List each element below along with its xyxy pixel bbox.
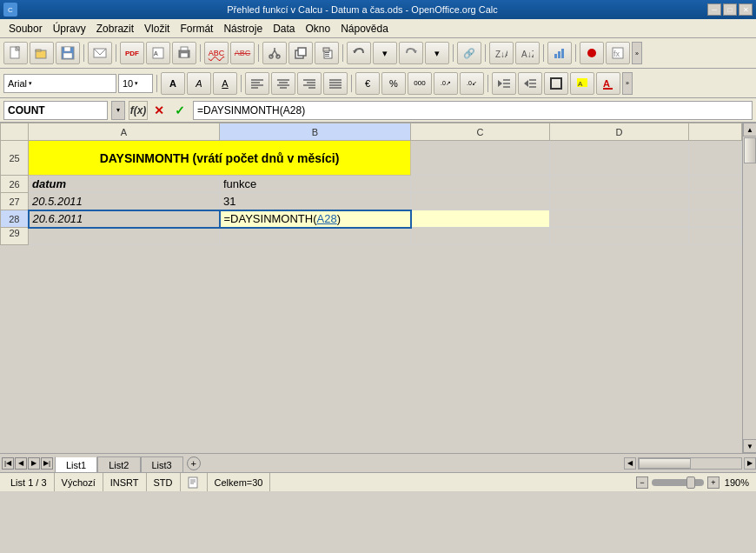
cell-d28[interactable] — [550, 210, 689, 228]
spellcheck-button[interactable]: ABC — [204, 42, 229, 64]
cell-d25[interactable] — [550, 141, 689, 176]
zoom-slider[interactable] — [652, 479, 704, 486]
h-scrollbar[interactable] — [638, 457, 742, 470]
menu-vlozit[interactable]: Vložit — [139, 21, 175, 37]
tab-list3[interactable]: List3 — [141, 456, 183, 472]
close-button[interactable]: ✕ — [739, 3, 753, 16]
underline-button[interactable]: A — [213, 72, 237, 95]
decimal-dec-button[interactable]: .0↙ — [460, 72, 484, 95]
menu-format[interactable]: Formát — [175, 21, 218, 37]
zoom-thumb[interactable] — [686, 476, 695, 489]
toolbar1-more[interactable]: » — [632, 42, 642, 64]
decimal-inc-button[interactable]: .0↗ — [434, 72, 458, 95]
cell-a28[interactable]: 20.6.2011 — [29, 210, 220, 228]
print-button[interactable] — [172, 42, 196, 64]
align-right-button[interactable] — [297, 72, 322, 95]
autocorrect-button[interactable]: ABC — [230, 42, 255, 64]
h-scroll-right[interactable]: ▶ — [744, 457, 756, 470]
cell-c27[interactable] — [411, 193, 550, 210]
percent-button[interactable]: % — [381, 72, 406, 95]
tab-list1[interactable]: List1 — [55, 456, 97, 472]
thousand-sep-button[interactable]: 000 — [408, 72, 432, 95]
indent-inc-button[interactable] — [518, 72, 542, 95]
bold-button[interactable]: A — [161, 72, 185, 95]
scroll-thumb[interactable] — [744, 137, 756, 163]
bg-color-button[interactable]: A — [570, 72, 594, 95]
cell-a26[interactable]: datum — [29, 176, 220, 193]
cancel-formula-button[interactable]: ✕ — [149, 101, 169, 120]
cell-c29[interactable] — [411, 228, 550, 245]
h-scroll-left[interactable]: ◀ — [624, 457, 636, 470]
menu-okno[interactable]: Okno — [300, 21, 335, 37]
vertical-scrollbar[interactable]: ▲ ▼ — [742, 123, 756, 453]
maximize-button[interactable]: □ — [723, 3, 737, 16]
print-preview-button[interactable]: A — [146, 42, 170, 64]
tab-next-button[interactable]: ▶ — [28, 457, 40, 470]
menu-upravy[interactable]: Úpravy — [48, 21, 91, 37]
redo-button[interactable] — [399, 42, 423, 64]
cell-b28[interactable]: =DAYSINMONTH(A28) — [220, 210, 411, 228]
name-box[interactable]: COUNT — [3, 101, 108, 120]
font-size-arrow[interactable]: ▾ — [135, 80, 138, 87]
cell-c28[interactable] — [411, 210, 550, 228]
zoom-in-button[interactable]: + — [707, 476, 720, 489]
tab-prev-button[interactable]: ◀ — [15, 457, 27, 470]
copy-button[interactable] — [288, 42, 313, 64]
redo-dropdown[interactable]: ▾ — [425, 42, 449, 64]
sort-desc-button[interactable]: A↓Z — [515, 42, 540, 64]
col-header-c[interactable]: C — [411, 123, 550, 141]
font-name-box[interactable]: Arial ▾ — [3, 74, 116, 93]
cell-b29[interactable] — [220, 228, 411, 245]
paste-button[interactable] — [315, 42, 339, 64]
cell-d27[interactable] — [550, 193, 689, 210]
undo-button[interactable] — [347, 42, 371, 64]
menu-soubor[interactable]: Soubor — [3, 21, 48, 37]
formula-input[interactable]: =DAYSINMONTH(A28) — [193, 101, 753, 120]
justify-button[interactable] — [323, 72, 348, 95]
scroll-up-button[interactable]: ▲ — [743, 123, 756, 137]
align-center-button[interactable] — [271, 72, 295, 95]
name-box-dropdown[interactable]: ▾ — [111, 101, 125, 120]
macro-button[interactable]: fx — [606, 42, 630, 64]
add-tab-button[interactable]: + — [187, 456, 201, 470]
minimize-button[interactable]: ─ — [707, 3, 721, 16]
cell-c25[interactable] — [411, 141, 550, 176]
menu-zobrazit[interactable]: Zobrazit — [91, 21, 139, 37]
cell-b26[interactable]: funkce — [220, 176, 411, 193]
save-button[interactable] — [56, 42, 80, 64]
new-button[interactable] — [3, 42, 28, 64]
menu-nastroje[interactable]: Nástroje — [218, 21, 268, 37]
hyperlink-button[interactable]: 🔗 — [457, 42, 481, 64]
font-color-button[interactable]: A — [596, 72, 620, 95]
col-header-b[interactable]: B — [220, 123, 411, 141]
col-header-a[interactable]: A — [29, 123, 220, 141]
cell-a27[interactable]: 20.5.2011 — [29, 193, 220, 210]
cell-a29[interactable] — [29, 228, 220, 245]
italic-button[interactable]: A — [187, 72, 211, 95]
currency-button[interactable]: € — [355, 72, 380, 95]
cell-b27[interactable]: 31 — [220, 193, 411, 210]
menu-napoveda[interactable]: Nápověda — [335, 21, 394, 37]
col-header-d[interactable]: D — [550, 123, 689, 141]
menu-data[interactable]: Data — [268, 21, 300, 37]
red-circle-button[interactable] — [580, 42, 604, 64]
undo-dropdown[interactable]: ▾ — [373, 42, 397, 64]
tab-first-button[interactable]: |◀ — [2, 457, 14, 470]
chart-button[interactable] — [547, 42, 572, 64]
accept-formula-button[interactable]: ✓ — [170, 101, 189, 120]
border-button[interactable] — [544, 72, 568, 95]
fx-button[interactable]: f(x) — [129, 101, 148, 120]
toolbar2-more[interactable]: » — [622, 72, 633, 95]
cell-c26[interactable] — [411, 176, 550, 193]
sort-asc-button[interactable]: Z↓A — [489, 42, 514, 64]
tab-list2[interactable]: List2 — [97, 456, 140, 472]
cell-d26[interactable] — [550, 176, 689, 193]
h-scroll-thumb[interactable] — [639, 458, 691, 469]
cell-d29[interactable] — [550, 228, 689, 245]
align-left-button[interactable] — [245, 72, 269, 95]
pdf-button[interactable]: PDF — [120, 42, 144, 64]
email-button[interactable] — [88, 42, 112, 64]
font-dropdown-arrow[interactable]: ▾ — [29, 80, 32, 87]
cell-a25[interactable]: DAYSINMONTH (vrátí počet dnů v měsíci) — [29, 141, 411, 176]
cut-button[interactable] — [262, 42, 287, 64]
